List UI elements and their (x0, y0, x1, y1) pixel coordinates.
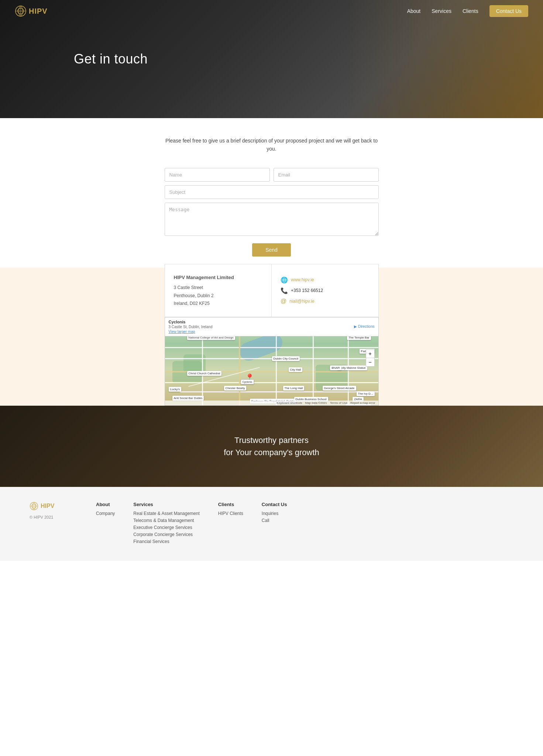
address-line3: Ireland, D02 KF25 (174, 300, 263, 308)
email-input[interactable] (274, 168, 379, 182)
map-label-city: Dublin City Council (272, 356, 300, 361)
email-row: @ niall@hipv.ie (281, 298, 370, 305)
map-label-luckys: Lucky's (169, 387, 181, 392)
address-line1: 3 Castle Street (174, 284, 263, 292)
logo[interactable]: HIPV (15, 5, 48, 17)
main-section: Please feel free to give us a brief desc… (0, 118, 543, 268)
website-link[interactable]: www.hipv.ie (291, 277, 314, 282)
map-label-church: Christ Church Cathedral (187, 371, 222, 376)
map-label-beatty: Chester Beatty (224, 386, 247, 391)
footer-brand: HIPV © HIPV 2021 (30, 502, 74, 520)
hero-title: Get in touch (74, 51, 148, 67)
footer: HIPV © HIPV 2021 About Company Services … (0, 487, 543, 561)
hero-content: Get in touch (0, 51, 148, 67)
map-label-antibar: Anti Social Bar Dublin (172, 396, 204, 401)
map-header: Cyclonis 3 Castle St, Dublin, Ireland Vi… (165, 317, 378, 336)
website-row: 🌐 www.hipv.ie (281, 276, 370, 284)
map-footer: Keyboard shortcuts Map data ©2021 Terms … (165, 401, 378, 405)
footer-logo: HIPV (30, 502, 74, 511)
contact-info-section: HIPV Management Limited 3 Castle Street … (0, 268, 543, 406)
footer-call-link[interactable]: Call (262, 518, 287, 523)
footer-services-telecoms[interactable]: Telecoms & Data Management (133, 518, 199, 523)
footer-services-exec[interactable]: Executive Concierge Services (133, 525, 199, 530)
map-keyboard-shortcuts[interactable]: Keyboard shortcuts (277, 401, 302, 405)
logo-text: HIPV (29, 7, 48, 16)
nav-services-link[interactable]: Services (432, 8, 451, 14)
view-larger-link[interactable]: View larger map (169, 330, 213, 334)
map-terms[interactable]: Terms of Use (330, 401, 347, 405)
map-label-longstone: The Long Hall (283, 386, 305, 391)
form-row-top (165, 168, 379, 182)
navbar: HIPV About Services Clients Contact Us (0, 0, 543, 22)
map-container[interactable]: Cyclonis 3 Castle St, Dublin, Ireland Vi… (165, 317, 379, 406)
contact-card-links: 🌐 www.hipv.ie 📞 +353 152 66512 @ niall@h… (272, 264, 378, 317)
footer-company-link[interactable]: Company (96, 511, 115, 516)
footer-inner: HIPV © HIPV 2021 About Company Services … (30, 502, 513, 546)
map-zoom-controls: + − (366, 350, 375, 367)
bottom-hero-section: Trustworthy partners for Your company's … (0, 406, 543, 487)
map-label-cyclonis: Cyclonis (241, 379, 254, 384)
map-label-cityhall: City Hall (289, 367, 303, 372)
map-place-name: Cyclonis (169, 320, 213, 324)
footer-col-about: About Company (96, 502, 115, 546)
phone-number: +353 152 66512 (291, 288, 323, 293)
footer-columns: About Company Services Real Estate & Ass… (96, 502, 513, 546)
footer-col-contact: Contact Us Inquiries Call (262, 502, 287, 546)
name-input[interactable] (165, 168, 270, 182)
footer-clients-heading: Clients (218, 502, 243, 507)
company-name: HIPV Management Limited (174, 273, 263, 282)
zoom-in-button[interactable]: + (366, 350, 374, 358)
bottom-hero-content: Trustworthy partners for Your company's … (224, 434, 319, 458)
map-data-credit: Map data ©2021 (305, 401, 327, 405)
footer-col-clients: Clients HIPV Clients (218, 502, 243, 546)
map-report-error[interactable]: Report a map error (350, 401, 375, 405)
address-line2: Penthouse, Dublin 2 (174, 292, 263, 300)
message-input[interactable] (165, 203, 379, 236)
nav-clients-link[interactable]: Clients (463, 8, 478, 14)
contact-card: HIPV Management Limited 3 Castle Street … (165, 264, 379, 317)
footer-services-realestate[interactable]: Real Estate & Asset Management (133, 511, 199, 516)
map-header-info: Cyclonis 3 Castle St, Dublin, Ireland Vi… (169, 320, 213, 334)
footer-about-heading: About (96, 502, 115, 507)
footer-copyright: © HIPV 2021 (30, 515, 53, 519)
intro-text: Please feel free to give us a brief desc… (165, 137, 379, 153)
footer-inquiries-link[interactable]: Inquiries (262, 511, 287, 516)
footer-services-heading: Services (133, 502, 199, 507)
footer-services-corp[interactable]: Corporate Concierge Services (133, 532, 199, 537)
send-button[interactable]: Send (252, 243, 291, 257)
footer-hipv-clients-link[interactable]: HIPV Clients (218, 511, 243, 516)
map-label-ivy: The Ivy D... (357, 391, 375, 396)
phone-icon: 📞 (281, 287, 288, 294)
nav-about-link[interactable]: About (407, 8, 421, 14)
zoom-out-button[interactable]: − (366, 358, 374, 366)
footer-contact-heading: Contact Us (262, 502, 287, 507)
bottom-hero-line1: Trustworthy partners (224, 434, 319, 446)
nav-links: About Services Clients Contact Us (407, 5, 528, 17)
email-icon: @ (281, 298, 286, 305)
footer-logo-text: HIPV (41, 503, 54, 509)
directions-button[interactable]: ▶ Directions (354, 324, 374, 329)
map-label-molly: Molly Malone Statue (337, 365, 367, 370)
bottom-hero-line2: for Your company's growth (224, 446, 319, 458)
map-place-address: 3 Castle St, Dublin, Ireland (169, 325, 213, 329)
directions-label: Directions (358, 324, 374, 329)
nav-contact-btn[interactable]: Contact Us (489, 5, 528, 17)
arrow-icon: ▶ (354, 324, 357, 329)
contact-form: Send (165, 168, 379, 257)
footer-services-financial[interactable]: Financial Services (133, 539, 199, 544)
map-label-arcade: George's Street Arcade (323, 386, 356, 391)
phone-row: 📞 +353 152 66512 (281, 287, 370, 294)
subject-input[interactable] (165, 185, 379, 199)
email-link[interactable]: niall@hipv.ie (289, 299, 314, 304)
footer-col-services: Services Real Estate & Asset Management … (133, 502, 199, 546)
contact-card-address: HIPV Management Limited 3 Castle Street … (165, 264, 272, 317)
map-label-bnar: BNAR (330, 365, 341, 370)
globe-icon: 🌐 (281, 276, 288, 284)
